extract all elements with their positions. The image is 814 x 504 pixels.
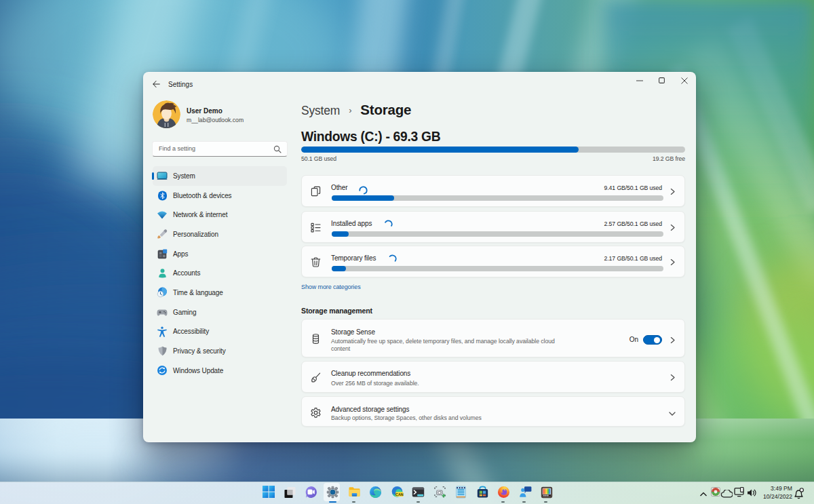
svg-text:CAN: CAN <box>395 492 404 497</box>
